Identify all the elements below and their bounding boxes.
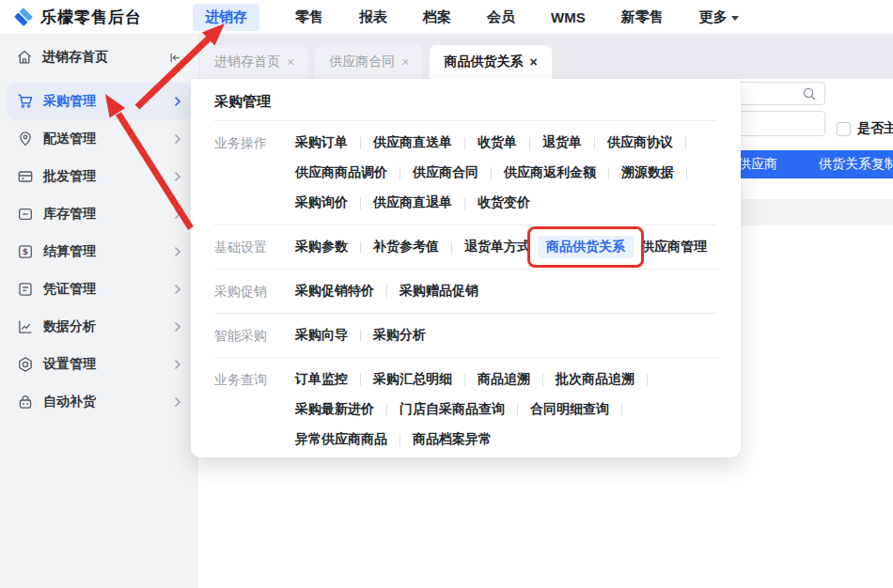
menu-line: 异常供应商商品商品档案异常 xyxy=(295,425,717,455)
menu-section-lines: 订单监控采购汇总明细商品追溯批次商品追溯采购最新进价门店自采商品查询合同明细查询… xyxy=(295,364,717,455)
menu-line: 采购向导采购分析 xyxy=(295,320,717,350)
chevron-right-icon xyxy=(174,133,181,145)
menu-item-purchase-summary-detail[interactable]: 采购汇总明细 xyxy=(373,371,452,388)
search-icon xyxy=(802,86,817,105)
menu-item-purchase-params[interactable]: 采购参数 xyxy=(295,239,348,255)
chevron-right-icon xyxy=(174,96,181,107)
item-divider xyxy=(594,137,595,149)
sidebar-item-settings-mgmt[interactable]: 设置管理 xyxy=(7,346,192,383)
nav-item-wms[interactable]: WMS xyxy=(551,9,586,25)
menu-section-lines: 采购向导采购分析 xyxy=(295,320,717,350)
sidebar-item-label: 凭证管理 xyxy=(43,281,96,298)
item-divider xyxy=(542,374,543,386)
menu-item-supplier-direct-delivery[interactable]: 供应商直送单 xyxy=(373,134,452,151)
menu-item-return-order[interactable]: 退货单 xyxy=(542,134,582,151)
close-icon[interactable]: × xyxy=(287,55,294,69)
menu-item-latest-purchase-price[interactable]: 采购最新进价 xyxy=(295,401,374,418)
item-divider xyxy=(400,434,400,446)
close-icon[interactable]: × xyxy=(529,55,537,69)
nav-item-label: 会员 xyxy=(487,8,515,26)
close-icon[interactable]: × xyxy=(401,55,409,69)
cart-icon xyxy=(17,93,34,110)
nav-item-psi[interactable]: 进销存 xyxy=(193,4,259,31)
top-bar: 乐檬零售后台 进销存零售报表档案会员WMS新零售更多 xyxy=(0,0,893,35)
menu-item-return-order-mode[interactable]: 退货单方式 xyxy=(464,239,530,255)
item-divider xyxy=(360,374,361,386)
menu-item-receipt-order[interactable]: 收货单 xyxy=(478,134,517,151)
collapse-sidebar-icon[interactable] xyxy=(168,51,182,65)
location-icon xyxy=(17,131,34,147)
chevron-right-icon xyxy=(174,209,181,220)
tab-goods-supply-relation[interactable]: 商品供货关系× xyxy=(430,45,551,79)
tab-bar: 进销存首页×供应商合同×商品供货关系× xyxy=(198,35,893,79)
sidebar-item-purchase-mgmt[interactable]: 采购管理 xyxy=(7,83,192,120)
sidebar-item-data-analysis[interactable]: 数据分析 xyxy=(7,308,192,346)
menu-item-supplier-contract[interactable]: 供应商合同 xyxy=(413,164,478,181)
settings-icon xyxy=(17,356,34,373)
menu-item-trace-source-data[interactable]: 溯源数据 xyxy=(621,164,674,181)
analytics-icon xyxy=(17,318,34,335)
tab-supplier-contract[interactable]: 供应商合同× xyxy=(315,45,423,79)
menu-item-purchase-gift-promo[interactable]: 采购赠品促销 xyxy=(400,283,478,300)
nav-item-more[interactable]: 更多 xyxy=(699,8,739,26)
menu-section-lines: 采购参数补货参考值退货单方式商品供货关系供应商管理 xyxy=(295,232,717,262)
menu-item-supplier-goods-price-adjust[interactable]: 供应商商品调价 xyxy=(295,164,387,181)
sidebar-item-distribution-mgmt[interactable]: 配送管理 xyxy=(7,120,192,158)
menu-item-replenish-reference[interactable]: 补货参考值 xyxy=(373,239,439,255)
nav-item-archive[interactable]: 档案 xyxy=(423,8,451,26)
sidebar-item-settlement-mgmt[interactable]: $结算管理 xyxy=(7,233,192,271)
menu-item-purchase-order[interactable]: 采购订单 xyxy=(295,134,348,151)
nav-item-new-retail[interactable]: 新零售 xyxy=(621,8,664,26)
menu-item-store-self-purchase-query[interactable]: 门店自采商品查询 xyxy=(400,401,505,418)
menu-item-receipt-price-change[interactable]: 收货变价 xyxy=(478,194,530,211)
sidebar-item-inventory-mgmt[interactable]: 库存管理 xyxy=(7,195,192,233)
item-divider xyxy=(386,286,387,298)
tab-psi-home[interactable]: 进销存首页× xyxy=(200,45,308,79)
item-divider xyxy=(464,197,465,209)
menu-item-order-monitor[interactable]: 订单监控 xyxy=(295,371,348,388)
filter-checkbox-label: 是否主 xyxy=(857,120,893,137)
menu-item-batch-goods-trace[interactable]: 批次商品追溯 xyxy=(556,371,634,388)
menu-item-supplier-agreement[interactable]: 供应商协议 xyxy=(607,134,673,151)
menu-item-contract-detail-query[interactable]: 合同明细查询 xyxy=(530,401,609,418)
nav-item-label: WMS xyxy=(551,9,586,25)
item-divider xyxy=(451,241,452,254)
sidebar-item-wholesale-mgmt[interactable]: 批发管理 xyxy=(7,158,192,195)
menu-item-goods-archive-abnormal[interactable]: 商品档案异常 xyxy=(413,431,492,448)
menu-item-goods-supply-relation[interactable]: 商品供货关系 xyxy=(538,236,634,258)
supply-relation-copy-button[interactable]: 供货关系复制 xyxy=(806,150,893,178)
menu-section-business-query: 业务查询订单监控采购汇总明细商品追溯批次商品追溯采购最新进价门店自采商品查询合同… xyxy=(214,358,717,461)
menu-item-supplier-mgmt[interactable]: 供应商管理 xyxy=(641,239,707,255)
menu-section-lines: 采购订单供应商直送单收货单退货单供应商协议供应商商品调价供应商合同供应商返利金额… xyxy=(295,128,717,218)
menu-line: 采购促销特价采购赠品促销 xyxy=(295,276,717,306)
menu-item-purchase-promo-special[interactable]: 采购促销特价 xyxy=(295,283,374,300)
sidebar-item-label: 采购管理 xyxy=(43,93,96,110)
menu-line: 供应商商品调价供应商合同供应商返利金额溯源数据 xyxy=(295,158,717,188)
sidebar-item-auto-replenishment[interactable]: 自动补货 xyxy=(7,383,192,421)
svg-text:$: $ xyxy=(23,247,28,256)
menu-item-purchase-wizard[interactable]: 采购向导 xyxy=(295,327,348,344)
menu-item-supplier-direct-return[interactable]: 供应商直退单 xyxy=(373,194,452,211)
menu-item-abnormal-supplier-goods[interactable]: 异常供应商商品 xyxy=(295,431,387,448)
item-divider xyxy=(608,167,609,179)
menu-item-purchase-analysis[interactable]: 采购分析 xyxy=(373,327,426,344)
sidebar-item-psi-home[interactable]: 进销存首页 xyxy=(0,35,198,80)
tab-label: 进销存首页 xyxy=(214,54,280,70)
chevron-right-icon xyxy=(174,359,181,370)
menu-item-supplier-rebate-amount[interactable]: 供应商返利金额 xyxy=(504,164,596,181)
purchase-mgmt-mega-menu: 采购管理 业务操作采购订单供应商直送单收货单退货单供应商协议供应商商品调价供应商… xyxy=(191,79,741,457)
nav-item-member[interactable]: 会员 xyxy=(487,8,515,26)
sidebar-item-label: 配送管理 xyxy=(43,131,96,147)
sidebar: 进销存首页 采购管理配送管理批发管理库存管理$结算管理凭证管理数据分析设置管理自… xyxy=(0,35,198,588)
menu-item-goods-trace[interactable]: 商品追溯 xyxy=(478,371,530,388)
nav-item-report[interactable]: 报表 xyxy=(359,8,387,26)
nav-item-retail[interactable]: 零售 xyxy=(295,8,323,26)
top-nav: 进销存零售报表档案会员WMS新零售更多 xyxy=(193,0,739,34)
menu-section-category: 采购促销 xyxy=(214,276,295,306)
filter-checkbox[interactable] xyxy=(837,122,851,136)
sidebar-menu: 采购管理配送管理批发管理库存管理$结算管理凭证管理数据分析设置管理自动补货 xyxy=(0,83,198,421)
sidebar-item-voucher-mgmt[interactable]: 凭证管理 xyxy=(7,271,192,308)
menu-section-lines: 采购促销特价采购赠品促销 xyxy=(295,276,717,306)
item-divider xyxy=(360,197,361,209)
menu-item-purchase-inquiry[interactable]: 采购询价 xyxy=(295,194,348,211)
